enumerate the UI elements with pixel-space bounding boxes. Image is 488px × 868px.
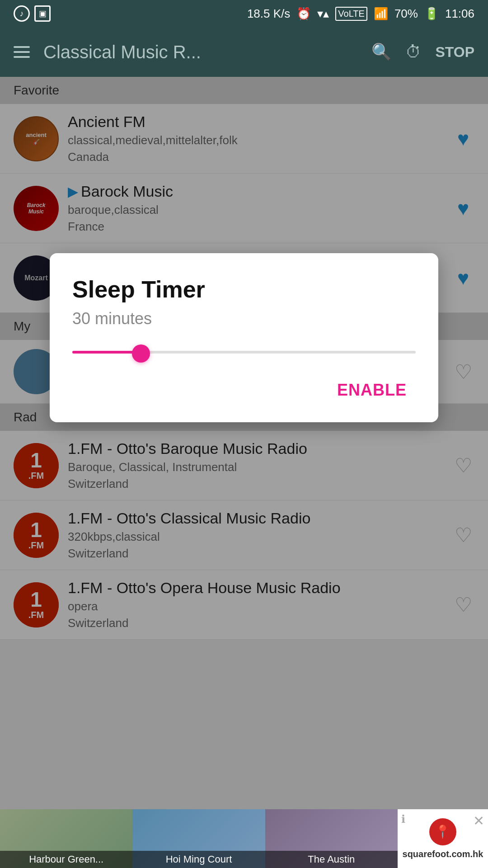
app-bar: Classical Music R... 🔍 ⏱ STOP: [0, 27, 488, 77]
sleep-timer-dialog: Sleep Timer 30 minutes ENABLE: [50, 253, 438, 422]
ad-label-austin: The Austin: [265, 851, 398, 868]
ad-item-harbour[interactable]: Harbour Green...: [0, 809, 132, 868]
ad-banner: Harbour Green... Hoi Ming Court The Aust…: [0, 809, 488, 868]
ad-label-hoi-ming: Hoi Ming Court: [132, 851, 265, 868]
battery-icon: 🔋: [424, 7, 439, 21]
network-speed: 18.5 K/s: [247, 7, 290, 21]
alarm-icon: ⏰: [296, 7, 311, 21]
slider-fill: [72, 351, 141, 354]
slider-thumb[interactable]: [132, 344, 150, 363]
music-status-icon: ♪: [14, 5, 30, 22]
volte-icon: VoLTE: [335, 7, 367, 21]
dialog-overlay: Sleep Timer 30 minutes ENABLE: [0, 77, 488, 809]
photo-status-icon: ▣: [34, 5, 51, 22]
signal-icon: 📶: [374, 7, 388, 21]
dialog-subtitle: 30 minutes: [72, 309, 416, 328]
ad-close-button[interactable]: ✕: [473, 813, 484, 829]
battery-percent: 70%: [394, 7, 418, 21]
menu-button[interactable]: [14, 46, 30, 58]
app-title: Classical Music R...: [43, 42, 358, 62]
timer-button[interactable]: ⏱: [405, 42, 422, 61]
enable-button[interactable]: ENABLE: [328, 376, 416, 404]
slider-track: [72, 351, 416, 354]
search-button[interactable]: 🔍: [371, 42, 392, 61]
content-area: Favorite ancient🎸 Ancient FM classical,m…: [0, 77, 488, 809]
dialog-title: Sleep Timer: [72, 276, 416, 303]
ad-logo-text: squarefoot.com.hk: [403, 849, 483, 859]
status-right: 18.5 K/s ⏰ ▾▴ VoLTE 📶 70% 🔋 11:06: [247, 7, 474, 21]
ad-logo-area: ℹ ✕ 📍 squarefoot.com.hk: [398, 809, 488, 868]
wifi-icon: ▾▴: [317, 7, 329, 21]
stop-button[interactable]: STOP: [435, 44, 474, 61]
ad-info-icon[interactable]: ℹ: [401, 813, 405, 826]
dialog-actions: ENABLE: [72, 376, 416, 404]
ad-item-austin[interactable]: The Austin: [265, 809, 398, 868]
timer-slider[interactable]: [72, 351, 416, 354]
status-left: ♪ ▣: [14, 5, 51, 22]
clock: 11:06: [445, 7, 474, 21]
ad-item-hoi-ming[interactable]: Hoi Ming Court: [132, 809, 265, 868]
squarefoot-logo-icon: 📍: [429, 818, 456, 845]
status-bar: ♪ ▣ 18.5 K/s ⏰ ▾▴ VoLTE 📶 70% 🔋 11:06: [0, 0, 488, 27]
ad-label-harbour: Harbour Green...: [0, 851, 132, 868]
